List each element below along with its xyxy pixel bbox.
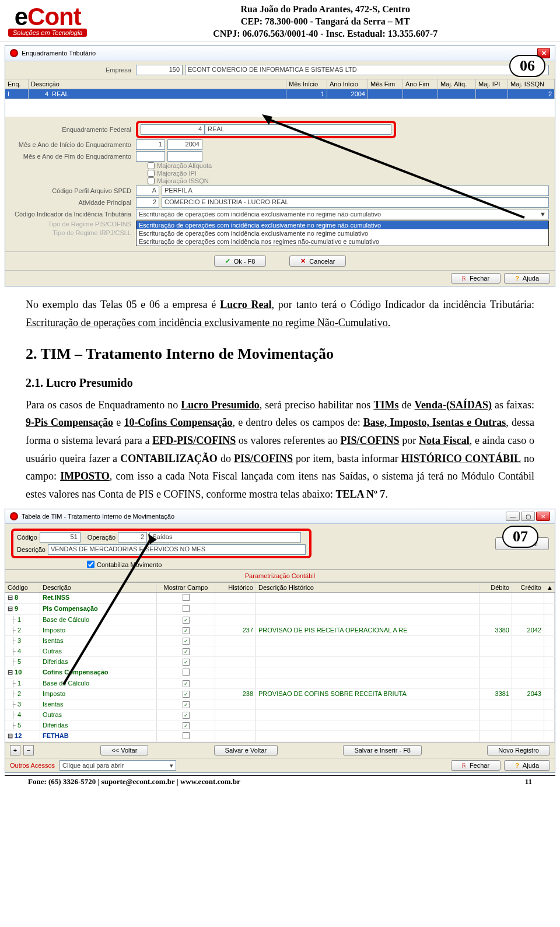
- ajuda-button[interactable]: ?Ajuda: [504, 273, 550, 284]
- dropdown-option[interactable]: Escrituração de operações com incidência…: [136, 237, 548, 246]
- gear-icon: [10, 49, 18, 57]
- scroll-up-icon[interactable]: ▲: [544, 583, 555, 592]
- table-row[interactable]: ├ 3Isentas: [5, 699, 555, 710]
- empresa-label: Empresa: [11, 67, 134, 74]
- tree-grid: Código Descrição Mostrar Campo Histórico…: [5, 582, 555, 742]
- table-row[interactable]: ├ 3Isentas: [5, 636, 555, 646]
- cancel-button[interactable]: ✕Cancelar: [289, 256, 346, 267]
- salvar-inserir-button[interactable]: Salvar e Inserir - F8: [343, 745, 422, 755]
- body-text: No exemplo das Telas 05 e 06 a empresa é…: [0, 290, 560, 505]
- address-line1: Rua João do Prado Arantes, 472-S, Centro: [99, 4, 552, 16]
- address-line2: CEP: 78.300-000 - Tangará da Serra – MT: [99, 16, 552, 28]
- param-title: Parametrização Contábil: [5, 569, 555, 582]
- empresa-cod-input[interactable]: 150: [136, 65, 183, 75]
- maj-ipi-check[interactable]: [148, 170, 155, 177]
- novo-registro-button[interactable]: Novo Registro: [487, 745, 550, 755]
- grid-header: Enq. Descrição Mês Início Ano Início Mês…: [5, 79, 555, 89]
- callout-07: 07: [502, 526, 538, 548]
- address-line3: CNPJ: 06.076.563/0001-40 - Insc. Estadua…: [99, 28, 552, 40]
- window-title: Tabela de TIM - Tratamento Interno de Mo…: [22, 513, 174, 520]
- table-row[interactable]: ⊟ 10Cofins Compensação: [5, 667, 555, 678]
- highlight-enquadramento-federal: 4 REAL: [136, 121, 396, 138]
- fechar-button[interactable]: ⎘Fechar: [451, 760, 501, 771]
- maj-issqn-check[interactable]: [148, 177, 155, 184]
- window-title: Enquadramento Tributário: [22, 50, 96, 57]
- chevron-down-icon: ▼: [540, 211, 546, 218]
- callout-06: 06: [509, 55, 545, 77]
- page-footer: Fone: (65) 3326-5720 | suporte@econt.com…: [5, 775, 555, 790]
- page-number: 11: [525, 777, 532, 786]
- table-row[interactable]: ├ 2Imposto237PROVISAO DE PIS RECEITA OPE…: [5, 625, 555, 636]
- window-titlebar: Enquadramento Tributário ✕: [5, 46, 555, 61]
- collapse-all-icon[interactable]: −: [23, 745, 34, 755]
- codigo-input[interactable]: 51: [40, 532, 80, 543]
- salvar-voltar-button[interactable]: Salvar e Voltar: [214, 745, 278, 755]
- empresa-nome-input[interactable]: ECONT COMERCIO DE INFORMATICA E SISTEMAS…: [185, 65, 549, 75]
- grid-row-selected[interactable]: I 4REAL 1 2004 2: [5, 89, 555, 99]
- descricao-input[interactable]: VENDAS DE MERCADORIAS E SERVICOS NO MES: [48, 544, 306, 555]
- logo: eCont Soluções em Tecnologia: [8, 6, 87, 37]
- gear-icon: [10, 512, 18, 520]
- table-row[interactable]: ⊟ 12FETHAB: [5, 731, 555, 742]
- screenshot-tim: Tabela de TIM - Tratamento Interno de Mo…: [5, 509, 555, 773]
- table-row[interactable]: ├ 2Imposto238PROVISAO DE COFINS SOBRE RE…: [5, 689, 555, 699]
- company-address: Rua João do Prado Arantes, 472-S, Centro…: [99, 4, 552, 40]
- incidencia-dropdown[interactable]: Escrituração de operações com incidência…: [136, 221, 549, 246]
- logo-text: eCont: [15, 6, 81, 27]
- maj-aliq-check[interactable]: [148, 162, 155, 169]
- screenshot-enquadramento: Enquadramento Tributário ✕ Empresa 150 E…: [5, 45, 555, 286]
- enq-fed-txt[interactable]: REAL: [205, 124, 391, 135]
- table-row[interactable]: ├ 4Outras: [5, 646, 555, 657]
- table-row[interactable]: ⊟ 9Pis Compensação: [5, 604, 555, 615]
- heading-2: 2. TIM – Tratamento Interno de Movimenta…: [26, 341, 534, 367]
- expand-all-icon[interactable]: +: [10, 745, 20, 755]
- table-row[interactable]: ├ 5Diferidas: [5, 657, 555, 667]
- table-row[interactable]: ├ 4Outras: [5, 710, 555, 720]
- close-icon[interactable]: ✕: [536, 512, 550, 521]
- enq-fed-cod[interactable]: 4: [141, 124, 205, 135]
- window-titlebar: Tabela de TIM - Tratamento Interno de Mo…: [5, 509, 555, 524]
- oper-txt-input[interactable]: Saídas: [149, 532, 301, 543]
- table-row[interactable]: ⊟ 8Ret.INSS: [5, 593, 555, 604]
- dropdown-option[interactable]: Escrituração de operações com incidência…: [136, 221, 548, 229]
- table-row[interactable]: ├ 5Diferidas: [5, 720, 555, 731]
- ok-button[interactable]: ✓Ok - F8: [214, 256, 267, 267]
- contabiliza-check[interactable]: [87, 561, 94, 568]
- chevron-down-icon: ▾: [170, 762, 173, 769]
- incidencia-select[interactable]: Escrituração de operações com incidência…: [136, 209, 549, 219]
- maximize-icon[interactable]: ▢: [521, 512, 535, 521]
- voltar-button[interactable]: << Voltar: [100, 745, 148, 755]
- outros-acessos-select[interactable]: Clique aqui para abrir▾: [60, 760, 176, 771]
- ajuda-button[interactable]: ?Ajuda: [504, 760, 550, 771]
- dropdown-option[interactable]: Escrituração de operações com incidência…: [136, 229, 548, 237]
- minimize-icon[interactable]: —: [506, 512, 520, 521]
- table-row[interactable]: ├ 1Base de Cálculo: [5, 678, 555, 689]
- heading-3: 2.1. Lucro Presumido: [26, 373, 534, 393]
- oper-cod-input[interactable]: 2: [118, 532, 147, 543]
- page-header: eCont Soluções em Tecnologia Rua João do…: [0, 0, 560, 41]
- outros-acessos-label: Outros Acessos: [10, 762, 55, 769]
- fechar-button[interactable]: ⎘Fechar: [451, 273, 501, 284]
- table-row[interactable]: ├ 1Base de Cálculo: [5, 615, 555, 625]
- highlight-codigo-operacao: Código 51 Operação 2 Saídas Descrição VE…: [11, 529, 312, 558]
- button-bar: ✓Ok - F8 ✕Cancelar: [5, 251, 555, 270]
- footer-contact: Fone: (65) 3326-5720 | suporte@econt.com…: [28, 777, 240, 786]
